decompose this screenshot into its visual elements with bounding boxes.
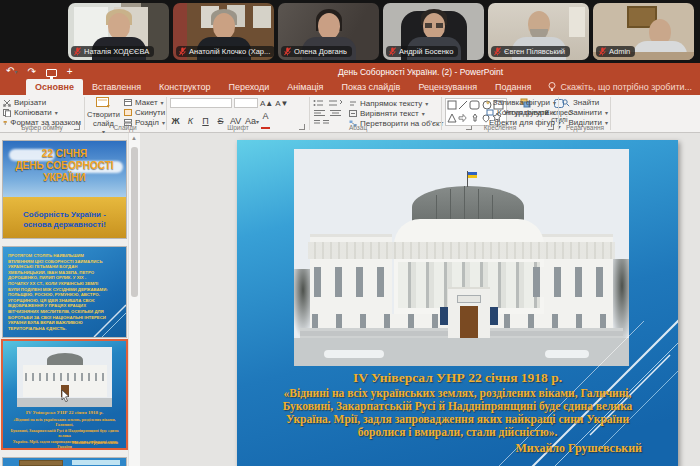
find-label: Знайти [573, 98, 599, 107]
reset-icon [124, 109, 132, 116]
align-text-label: Вирівняти текст [360, 109, 419, 118]
video-tile-6[interactable]: Admin [593, 3, 694, 60]
tab-view[interactable]: Подання [486, 79, 540, 95]
participant-name-badge: Admin [596, 46, 635, 57]
participant-name: Андрій Босенко [399, 47, 453, 56]
tab-animations[interactable]: Анімація [278, 79, 332, 95]
customize-qat-icon[interactable]: + [67, 66, 73, 78]
copy-icon [3, 109, 11, 117]
clipboard-group-label: Буфер обміну [3, 124, 81, 131]
tab-transitions[interactable]: Переходи [219, 79, 278, 95]
font-size-combobox[interactable] [234, 98, 258, 108]
participant-name: Євген Пілявський [504, 47, 565, 56]
paragraph-group-label: Абзац [313, 124, 403, 131]
mic-muted-icon [74, 47, 81, 56]
slide-thumbnail-2[interactable]: ПРОТЯГОМ СТОЛІТЬ НАЙБІЛЬШИМ ВТІЛЕННЯМ ЦІ… [3, 247, 126, 337]
group-separator [441, 97, 442, 130]
layout-label: Макет [135, 98, 158, 107]
participant-name-badge: Наталія ХОДЄЄВА [71, 46, 154, 57]
text-direction-label: Напрямок тексту [360, 99, 422, 108]
font-dialog-launcher[interactable] [299, 124, 305, 130]
building-frieze [308, 242, 615, 259]
font-name-combobox[interactable] [170, 98, 232, 108]
window-title: День Соборності України. (2) - PowerPoin… [338, 67, 503, 77]
clipboard-dialog-launcher[interactable] [74, 124, 80, 130]
current-slide[interactable]: IV Універсал УНР 22 січня 1918 р. «Відни… [237, 140, 678, 466]
participant-name-badge: Андрій Босенко [386, 46, 458, 57]
lightbulb-icon [548, 82, 556, 92]
participant-name-badge: Анатолій Клочко (Хар... [176, 46, 274, 57]
slide-thumbnail-4-partial[interactable] [3, 458, 126, 466]
font-group-label: Шрифт [170, 124, 306, 131]
mic-muted-icon [599, 47, 606, 56]
video-tile-3[interactable]: Олена Довгань [278, 3, 379, 60]
tab-design[interactable]: Конструктор [150, 79, 219, 95]
participant-name: Наталія ХОДЄЄВА [84, 47, 149, 56]
thumb1-subtitle: Соборність України - основа державності! [3, 210, 126, 230]
find-button[interactable]: Знайти [562, 98, 608, 107]
slides-group-label: Слайди [87, 124, 163, 131]
copy-label: Копіювати [14, 108, 52, 117]
align-text-icon [349, 110, 357, 117]
slide-quote[interactable]: «Віднині на всіх українських землях, роз… [247, 387, 668, 439]
shape-outline-button[interactable]: Контур фігури▾ [486, 108, 556, 117]
participant-name-badge: Євген Пілявський [491, 46, 570, 57]
thumbnails-scrollbar[interactable]: ▲ [128, 133, 140, 466]
new-slide-icon [96, 97, 111, 110]
layout-button[interactable]: Макет▾ [124, 98, 165, 107]
thumb3-title: IV Універсал УНР 22 січня 1918 р. [3, 410, 126, 415]
group-separator [610, 97, 611, 130]
quick-access-toolbar: ↶▾ ↷ + [6, 65, 73, 78]
slide-attribution[interactable]: Михайло Грушевський [515, 441, 642, 456]
entrance-banner [440, 307, 448, 325]
mic-muted-icon [389, 47, 396, 56]
tab-home[interactable]: Основне [26, 79, 83, 95]
scrollbar-thumb[interactable] [131, 147, 138, 297]
shape-fill-label: Заливка фігури [493, 98, 550, 107]
shape-outline-icon [486, 109, 494, 116]
shape-fill-button[interactable]: Заливка фігури▾ [486, 98, 556, 107]
text-direction-icon [349, 100, 357, 107]
search-icon [562, 99, 570, 107]
thumb4-picture [19, 460, 63, 466]
replace-button[interactable]: Замінити▾ [562, 108, 608, 117]
shrink-font-button[interactable]: A▼ [275, 99, 288, 108]
shape-buttons: Заливка фігури▾ Контур фігури▾ Ефекти дл… [486, 95, 556, 132]
editing-group: Знайти Замінити▾ Виділити▾ Редагування [562, 95, 608, 132]
copy-button[interactable]: Копіювати▾ [3, 108, 81, 117]
grow-font-button[interactable]: A▲ [260, 99, 273, 108]
tab-insert[interactable]: Вставлення [83, 79, 150, 95]
video-tile-1[interactable]: Наталія ХОДЄЄВА [68, 3, 169, 60]
scroll-up-arrow[interactable]: ▲ [131, 135, 137, 141]
meeting-video-strip: Наталія ХОДЄЄВА Анатолій Клочко (Хар... [0, 0, 700, 63]
shape-effects-button[interactable]: Ефекти для фігур▾ [486, 118, 556, 127]
thumb4-bar [72, 460, 120, 465]
shape-effects-label: Ефекти для фігур [489, 118, 555, 127]
slide-editing-area: IV Універсал УНР 22 січня 1918 р. «Відни… [140, 133, 700, 466]
editing-group-label: Редагування [562, 124, 608, 131]
clipboard-group: Вирізати Копіювати▾ Формат за зразком Бу… [3, 95, 81, 132]
cut-label: Вирізати [14, 98, 46, 107]
alignment-icons[interactable] [313, 109, 343, 117]
video-tile-4[interactable]: Андрій Босенко [383, 3, 484, 60]
slide-thumbnail-1[interactable]: 22 СІЧНЯ ДЕНЬ СОБОРНОСТІ УКРАЇНИ Соборні… [3, 141, 126, 238]
reset-button[interactable]: Скинути [124, 108, 165, 117]
undo-icon[interactable]: ↶▾ [6, 65, 17, 78]
reset-label: Скинути [135, 108, 165, 117]
bullets-numbering-icons[interactable] [313, 99, 343, 107]
start-slideshow-icon[interactable] [46, 69, 57, 77]
tab-review[interactable]: Рецензування [409, 79, 486, 95]
redo-icon[interactable]: ↷ [27, 66, 35, 78]
mini-windows [25, 373, 105, 381]
screen: Наталія ХОДЄЄВА Анатолій Клочко (Хар... [0, 0, 700, 466]
font-group: A▲ A▼ Ж К П S AV Aa▾ A Шрифт [170, 95, 306, 132]
tab-slideshow[interactable]: Показ слайдів [332, 79, 409, 95]
slide-title[interactable]: IV Універсал УНР 22 січня 1918 р. [237, 370, 678, 386]
participant-figure [108, 13, 130, 39]
video-tile-5[interactable]: Євген Пілявський [488, 3, 589, 60]
tell-me-box[interactable]: Скажіть, що потрібно зробити... [540, 79, 700, 95]
cut-button[interactable]: Вирізати [3, 98, 81, 107]
entrance-sign [457, 295, 481, 303]
video-tile-2[interactable]: Анатолій Клочко (Хар... [173, 3, 274, 60]
slide-thumbnail-3-selected[interactable]: IV Універсал УНР 22 січня 1918 р. «Відни… [1, 339, 128, 450]
